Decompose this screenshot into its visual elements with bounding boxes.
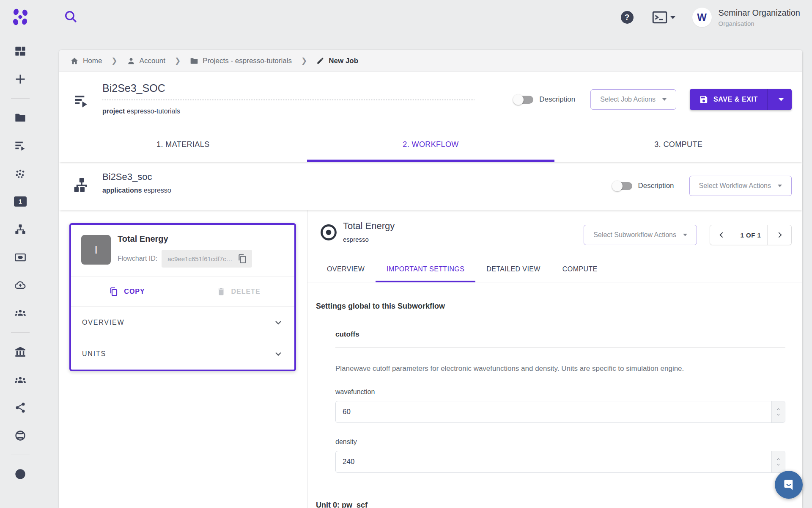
globe-icon[interactable]	[14, 430, 26, 442]
chevron-down-icon	[273, 318, 283, 328]
avatar[interactable]: W	[692, 8, 712, 27]
chevron-down-icon	[662, 98, 667, 101]
jobs-list-icon[interactable]	[14, 140, 26, 152]
breadcrumb-new-job[interactable]: New Job	[316, 57, 358, 65]
wavefunction-stepper[interactable]	[771, 401, 785, 422]
copy-unit-button[interactable]: COPY	[71, 276, 183, 306]
chevron-left-icon	[718, 231, 726, 239]
settings-heading: Settings global to this Subworkflow	[316, 302, 785, 311]
unit-card-header: I Total Energy Flowchart ID: ac9ee1c651f…	[71, 225, 294, 276]
workflow-actions-dropdown[interactable]: Select Workflow Actions	[689, 176, 792, 196]
cloud-upload-icon[interactable]	[14, 279, 26, 291]
bank-image-icon[interactable]	[14, 251, 26, 263]
pager-prev-button[interactable]	[710, 225, 734, 245]
workflows-sitemap-icon[interactable]	[14, 224, 26, 235]
topbar: ? W Seminar Organization Organisation	[0, 0, 812, 50]
institution-icon[interactable]	[14, 346, 26, 358]
save-options-button[interactable]	[767, 89, 792, 110]
workflow-header: Bi2Se3_soc applications espresso Descrip…	[59, 162, 802, 210]
flowchart-id-value: ac9ee1c651f61cdf7c…	[167, 255, 232, 262]
home-icon	[70, 57, 79, 65]
tab-workflow[interactable]: 2. WORKFLOW	[307, 127, 555, 162]
chevron-down-icon	[778, 185, 782, 187]
console-menu-button[interactable]	[652, 11, 675, 24]
unit-initial-badge: I	[81, 235, 111, 265]
stepper-up-icon[interactable]	[776, 457, 781, 461]
workflow-sitemap-icon	[73, 177, 91, 194]
delete-unit-button[interactable]: DELETE	[183, 276, 294, 306]
job-list-icon	[74, 92, 90, 108]
density-input[interactable]	[335, 451, 785, 473]
dashboard-icon[interactable]	[14, 45, 26, 57]
flowchart-id-chip[interactable]: ac9ee1c651f61cdf7c…	[162, 250, 252, 268]
save-exit-button[interactable]: SAVE & EXIT	[690, 89, 767, 110]
subworkflow-pager: 1 OF 1	[710, 225, 792, 245]
pager-next-button[interactable]	[768, 225, 791, 245]
stepper-down-icon[interactable]	[776, 413, 781, 417]
tab-compute[interactable]: 3. COMPUTE	[554, 127, 802, 162]
subworkflow-tabs: OVERVIEW IMPORTANT SETTINGS DETAILED VIE…	[307, 256, 802, 282]
mat3ra-logo-icon[interactable]	[11, 8, 30, 26]
stepper-down-icon[interactable]	[776, 463, 781, 467]
org-name: Seminar Organization	[719, 8, 800, 18]
team-group-icon[interactable]	[14, 307, 26, 319]
tab-important-settings[interactable]: IMPORTANT SETTINGS	[376, 256, 475, 282]
settings-content: Settings global to this Subworkflow cuto…	[307, 282, 802, 508]
subworkflow-title: Total Energy	[343, 221, 395, 232]
folder-icon	[190, 57, 198, 65]
unit-card-total-energy[interactable]: I Total Energy Flowchart ID: ac9ee1c651f…	[69, 223, 296, 371]
job-actions-dropdown[interactable]: Select Job Actions	[590, 89, 676, 110]
chevron-down-icon	[779, 98, 784, 101]
tab-detailed-view[interactable]: DETAILED VIEW	[475, 256, 551, 282]
subworkflow-subtitle: espresso	[343, 236, 369, 243]
subworkflow-actions-dropdown[interactable]: Select Subworkflow Actions	[584, 225, 697, 245]
workflow-description-label: Description	[638, 182, 674, 190]
globe-partial-icon[interactable]	[14, 468, 26, 480]
breadcrumb-separator: ❯	[301, 56, 307, 65]
accordion-overview[interactable]: OVERVIEW	[71, 307, 294, 338]
chat-bubble-icon	[782, 478, 796, 492]
share-icon[interactable]	[14, 402, 26, 414]
chevron-down-icon	[670, 16, 675, 19]
main-content-card: Home ❯ Account ❯ Projects - espresso-tut…	[59, 50, 802, 508]
pager-status: 1 OF 1	[734, 225, 768, 245]
sidebar-divider	[11, 98, 30, 99]
job-project: project espresso-tutorials	[102, 108, 180, 115]
chevron-right-icon	[775, 231, 784, 239]
search-icon[interactable]	[63, 9, 79, 25]
chat-support-button[interactable]	[775, 471, 803, 499]
subworkflow-panel: Total Energy espresso Select Subworkflow…	[307, 210, 802, 508]
cutoffs-label: cutoffs	[335, 330, 785, 348]
tab-materials[interactable]: 1. MATERIALS	[59, 127, 307, 162]
sidebar: 1	[0, 37, 41, 508]
copy-icon[interactable]	[237, 253, 248, 264]
org-subtitle: Organisation	[719, 20, 800, 27]
pencil-icon	[316, 57, 324, 65]
breadcrumb-home[interactable]: Home	[70, 57, 102, 65]
sidebar-divider	[11, 455, 30, 455]
projects-folder-icon[interactable]	[14, 112, 26, 124]
tab-compute[interactable]: COMPUTE	[551, 256, 609, 282]
materials-cluster-icon[interactable]	[14, 168, 26, 179]
density-stepper[interactable]	[771, 451, 785, 472]
workflow-description-toggle[interactable]	[612, 181, 632, 191]
unit-count-badge[interactable]: 1	[14, 196, 27, 207]
org-info[interactable]: Seminar Organization Organisation	[719, 8, 800, 27]
wavefunction-input[interactable]	[335, 401, 785, 423]
job-title-field[interactable]: Bi2Se3_SOC	[102, 82, 475, 100]
breadcrumb: Home ❯ Account ❯ Projects - espresso-tut…	[59, 50, 802, 72]
stepper-up-icon[interactable]	[776, 407, 781, 411]
copy-icon	[109, 287, 119, 297]
bullseye-icon	[319, 223, 338, 242]
breadcrumb-project[interactable]: Projects - espresso-tutorials	[190, 57, 292, 65]
accordion-units[interactable]: UNITS	[71, 338, 294, 370]
organization-group-icon[interactable]	[14, 374, 26, 386]
help-icon[interactable]: ?	[621, 11, 634, 24]
job-description-label: Description	[539, 95, 575, 104]
job-description-toggle[interactable]	[513, 94, 533, 105]
wavefunction-label: wavefunction	[335, 388, 785, 396]
density-label: density	[335, 438, 785, 446]
tab-overview[interactable]: OVERVIEW	[316, 256, 376, 282]
breadcrumb-account[interactable]: Account	[127, 57, 165, 65]
add-icon[interactable]	[14, 73, 26, 85]
